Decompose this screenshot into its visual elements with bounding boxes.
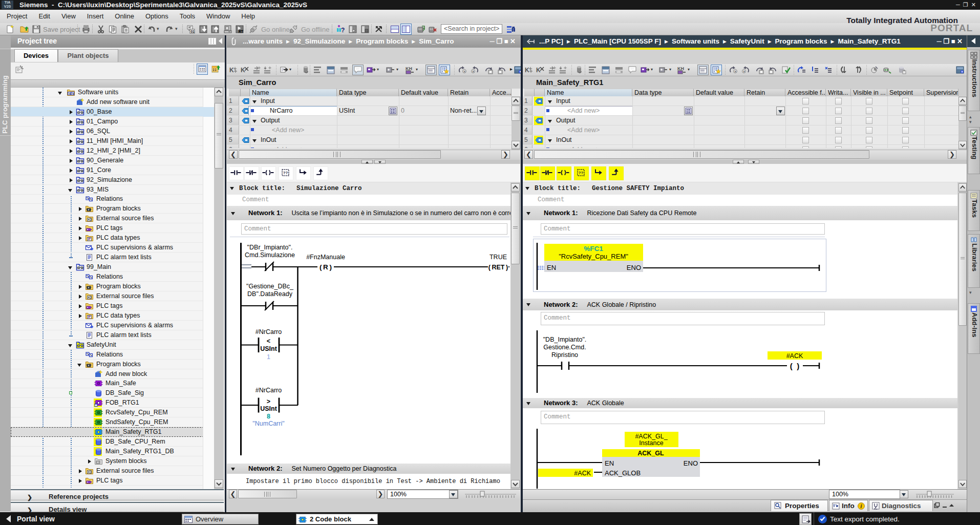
svg-text:RT: RT xyxy=(239,30,243,33)
svg-text:Ripristino: Ripristino xyxy=(551,351,578,359)
svg-text:"DB_Impianto".: "DB_Impianto". xyxy=(543,336,587,343)
svg-text:EN: EN xyxy=(547,264,556,271)
svg-text:K: K xyxy=(536,67,541,74)
svg-text:>: > xyxy=(267,398,270,405)
svg-text:#FnzManuale: #FnzManuale xyxy=(306,254,345,261)
svg-text:#ACK: #ACK xyxy=(786,352,803,360)
svg-text:01: 01 xyxy=(191,30,195,33)
svg-text:TRUE: TRUE xyxy=(489,254,507,261)
svg-text:ACK_GL: ACK_GL xyxy=(637,450,664,457)
svg-text:( R ): ( R ) xyxy=(319,263,332,271)
svg-text:( ): ( ) xyxy=(790,362,799,370)
svg-text:( RET ): ( RET ) xyxy=(488,264,508,271)
svg-text:EN: EN xyxy=(605,459,614,467)
svg-text:ENO: ENO xyxy=(627,264,641,271)
svg-text:#ACK_GL_: #ACK_GL_ xyxy=(635,433,668,440)
svg-text:×: × xyxy=(743,70,745,73)
svg-text:K: K xyxy=(525,67,529,74)
svg-text:DB".DataReady: DB".DataReady xyxy=(247,290,293,298)
svg-text:×: × xyxy=(472,70,474,73)
svg-text:×: × xyxy=(734,70,736,73)
svg-text:⋯: ⋯ xyxy=(630,67,634,71)
svg-text:%FC1: %FC1 xyxy=(584,245,603,253)
svg-text:<: < xyxy=(267,338,270,345)
svg-text:?: ? xyxy=(341,27,345,34)
svg-text:1: 1 xyxy=(267,353,270,361)
svg-text:#NrCarro: #NrCarro xyxy=(255,328,282,335)
svg-text:⋯: ⋯ xyxy=(356,67,359,71)
svg-text:8: 8 xyxy=(267,413,270,420)
svg-text:USInt: USInt xyxy=(260,345,277,352)
svg-text:1.1: 1.1 xyxy=(418,28,422,30)
svg-text:Instance: Instance xyxy=(639,439,663,447)
svg-text:"DBr_Impianto".: "DBr_Impianto". xyxy=(247,244,293,251)
svg-text:ENO: ENO xyxy=(684,459,698,467)
svg-text:K: K xyxy=(229,67,234,74)
svg-text:Cmd.Simulazione: Cmd.Simulazione xyxy=(245,251,295,259)
svg-text:ACK_GLOB: ACK_GLOB xyxy=(605,469,641,477)
svg-text:"RcvSafety_Cpu_REM": "RcvSafety_Cpu_REM" xyxy=(559,253,628,260)
svg-text:Gestione.Cmd.: Gestione.Cmd. xyxy=(543,344,586,351)
svg-text:×: × xyxy=(463,70,465,73)
svg-text:"Gestione_DBc_: "Gestione_DBc_ xyxy=(246,283,294,290)
svg-text:"NumCarri": "NumCarri" xyxy=(252,420,284,427)
svg-text:#ACK: #ACK xyxy=(574,470,591,477)
svg-text:1.1: 1.1 xyxy=(430,28,433,30)
svg-text:K: K xyxy=(241,67,245,74)
svg-text:#NrCarro: #NrCarro xyxy=(255,387,282,394)
svg-text:USInt: USInt xyxy=(260,405,277,412)
